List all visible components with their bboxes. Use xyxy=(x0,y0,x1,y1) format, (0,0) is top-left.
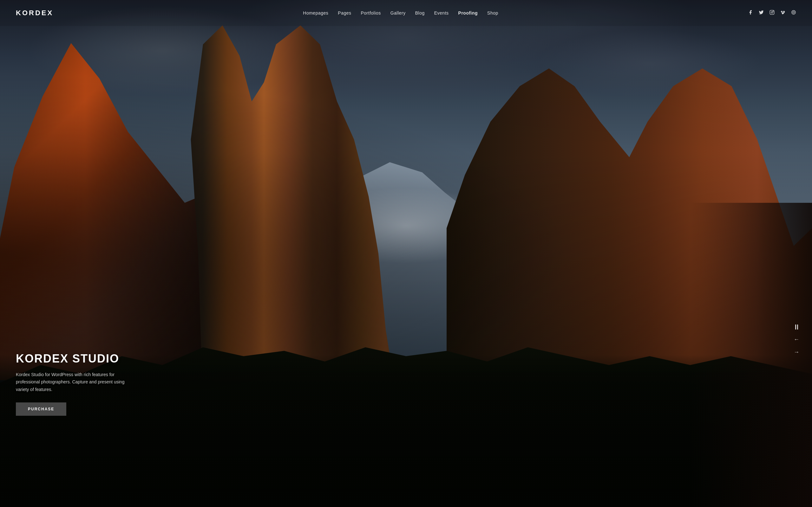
nav-item-blog: Blog xyxy=(415,10,425,16)
next-arrow-icon: → xyxy=(794,349,799,355)
pause-button[interactable] xyxy=(795,325,798,330)
instagram-icon[interactable] xyxy=(769,10,774,16)
fivehundredpx-icon[interactable] xyxy=(791,10,796,16)
svg-point-1 xyxy=(771,11,773,13)
prev-button[interactable]: ← xyxy=(794,336,799,342)
facebook-icon[interactable] xyxy=(748,10,753,16)
site-logo[interactable]: KORDEX xyxy=(16,9,53,17)
nav-link-proofing[interactable]: Proofing xyxy=(458,10,478,15)
nav-item-gallery: Gallery xyxy=(391,10,406,16)
nav-menu: Homepages Pages Portfolios Gallery Blog … xyxy=(303,10,498,16)
prev-arrow-icon: ← xyxy=(794,336,799,343)
nav-link-shop[interactable]: Shop xyxy=(487,10,498,15)
hero-description: Kordex Studio for WordPress with rich fe… xyxy=(16,371,136,394)
nav-item-shop: Shop xyxy=(487,10,498,16)
next-button[interactable]: → xyxy=(794,349,799,355)
nav-link-events[interactable]: Events xyxy=(434,10,449,15)
purchase-button[interactable]: PURCHASE xyxy=(16,402,66,416)
svg-point-2 xyxy=(773,11,773,11)
navbar: KORDEX Homepages Pages Portfolios Galler… xyxy=(0,0,812,26)
nav-link-blog[interactable]: Blog xyxy=(415,10,425,15)
nav-item-events: Events xyxy=(434,10,449,16)
svg-rect-0 xyxy=(770,10,774,14)
nav-item-homepages: Homepages xyxy=(303,10,328,16)
nav-item-pages: Pages xyxy=(338,10,351,16)
twitter-icon[interactable] xyxy=(759,10,764,16)
slider-controls: ← → xyxy=(794,325,799,355)
pause-icon xyxy=(795,325,798,330)
vimeo-icon[interactable] xyxy=(780,10,785,16)
nav-link-homepages[interactable]: Homepages xyxy=(303,10,328,15)
nav-link-pages[interactable]: Pages xyxy=(338,10,351,15)
social-links xyxy=(748,10,796,16)
hero-title: KORDEX STUDIO xyxy=(16,352,136,365)
nav-link-gallery[interactable]: Gallery xyxy=(391,10,406,15)
nav-item-portfolios: Portfolios xyxy=(361,10,381,16)
hero-content: KORDEX STUDIO Kordex Studio for WordPres… xyxy=(16,352,136,416)
nav-link-portfolios[interactable]: Portfolios xyxy=(361,10,381,15)
nav-item-proofing: Proofing xyxy=(458,10,478,16)
hero-section: KORDEX Homepages Pages Portfolios Galler… xyxy=(0,0,812,507)
hero-background xyxy=(0,0,812,507)
